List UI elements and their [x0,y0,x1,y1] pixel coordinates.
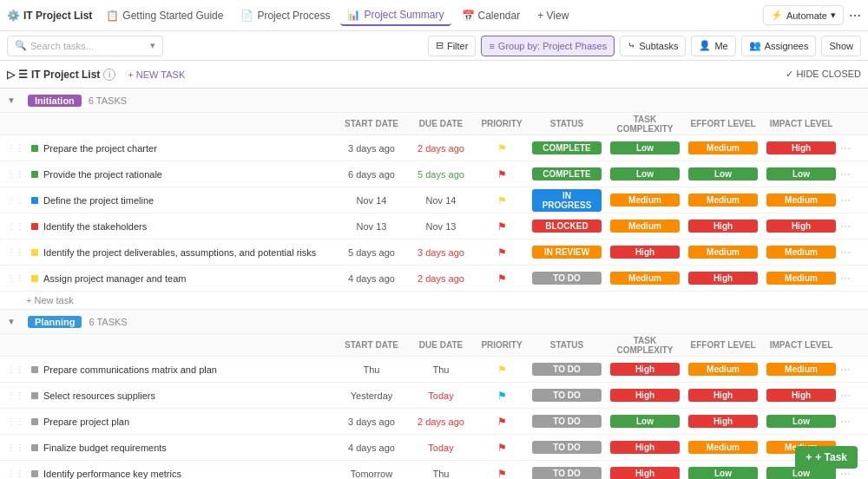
phase-count-planning: 6 TASKS [89,317,127,327]
task-more-button[interactable]: ⋯ [840,220,861,233]
col-effort-header: EFFORT LEVEL [684,340,762,350]
group-by-button[interactable]: ≡ Group by: Project Phases [481,36,615,56]
task-label: Prepare the project charter [43,143,157,154]
task-status: IN REVIEW [528,246,606,259]
status-badge: TO DO [532,467,602,479]
status-badge: TO DO [532,363,602,376]
phase-header-initiation: ▼ Initiation 6 TASKS [0,89,868,113]
logo-icon: ⚙️ [7,10,20,22]
main-content: ▼ Initiation 6 TASKS START DATE DUE DATE… [0,89,868,479]
table-row[interactable]: ⋮⋮ Prepare project plan 3 days ago 2 day… [0,409,868,435]
table-row[interactable]: ⋮⋮ Select resources suppliers Yesterday … [0,383,868,409]
task-effort: Low [684,167,762,180]
task-status: BLOCKED [528,220,606,233]
automate-button[interactable]: ⚡ Automate ▾ [763,5,844,25]
task-more-button[interactable]: ⋯ [840,364,861,376]
priority-flag-icon: ⚑ [497,416,507,428]
search-box[interactable]: 🔍 Search tasks... ▾ [7,36,163,56]
me-button[interactable]: 👤 Me [691,36,735,56]
add-task-button[interactable]: + + Task [795,446,858,469]
tab-view[interactable]: + View [530,6,575,25]
task-due-date: Today [406,443,476,453]
status-badge: IN REVIEW [532,246,602,259]
impact-badge: Low [766,415,836,428]
tab-project-process[interactable]: 📄 Project Process [233,6,337,25]
more-icon: ⋯ [840,468,851,480]
more-icon: ⋯ [840,220,851,233]
task-name: ⋮⋮ Select resources suppliers [7,390,337,401]
table-row[interactable]: ⋮⋮ Identify performance key metrics Tomo… [0,461,868,479]
project-header: ▷ ☰ IT Project List i + NEW TASK ✓ HIDE … [0,61,868,89]
more-icon: ⋯ [840,364,851,376]
table-row[interactable]: ⋮⋮ Provide the project rationale 6 days … [0,161,868,187]
filter-button[interactable]: ⊟ Filter [428,36,476,56]
status-badge: TO DO [532,441,602,454]
task-impact: Medium [762,363,840,376]
table-row[interactable]: ⋮⋮ Prepare communications matrix and pla… [0,357,868,383]
task-complexity: High [606,363,684,376]
collapse-project-icon[interactable]: ▷ [7,69,15,81]
col-status-header: STATUS [528,119,606,128]
task-more-button[interactable]: ⋯ [840,390,861,402]
task-more-button[interactable]: ⋯ [840,194,861,207]
toolbar: 🔍 Search tasks... ▾ ⊟ Filter ≡ Group by:… [0,31,868,61]
share-button[interactable]: ⋯ [849,9,861,23]
priority-flag-icon: ⚑ [497,442,507,454]
task-more-button[interactable]: ⋯ [840,416,861,428]
effort-badge: Medium [688,194,758,207]
show-button[interactable]: Show [821,36,861,56]
task-impact: Medium [762,246,840,259]
collapse-phase-initiation[interactable]: ▼ [7,95,21,105]
hide-closed-button[interactable]: ✓ HIDE CLOSED [786,69,861,80]
task-status: COMPLETE [528,141,606,154]
group-icon: ≡ [489,41,494,51]
drag-handle: ⋮⋮ [7,364,24,374]
top-nav: ⚙️ IT Project List 📋 Getting Started Gui… [0,0,868,31]
task-label: Select resources suppliers [43,390,155,401]
task-due-date: 5 days ago [406,169,476,180]
tab-getting-started[interactable]: 📋 Getting Started Guide [99,6,230,25]
chevron-down-icon: ▾ [831,10,836,21]
add-task-row[interactable]: + New task [0,292,868,309]
priority-flag-icon: ⚑ [497,390,507,402]
task-effort: High [684,220,762,233]
task-impact: High [762,141,840,154]
task-more-button[interactable]: ⋯ [840,246,861,259]
task-complexity: Low [606,167,684,180]
col-complexity-header: TASK COMPLEXITY [606,336,684,355]
impact-badge: Low [766,167,836,180]
task-more-button[interactable]: ⋯ [840,468,861,480]
more-icon: ⋯ [840,272,851,285]
task-more-button[interactable]: ⋯ [840,142,861,154]
task-start-date: 4 days ago [337,273,406,284]
priority-flag-icon: ⚑ [497,142,507,154]
table-row[interactable]: ⋮⋮ Identify the project deliverables, as… [0,240,868,266]
task-impact: Medium [762,194,840,207]
tab-calendar[interactable]: 📅 Calendar [455,6,528,25]
task-effort: Medium [684,194,762,207]
priority-flag-icon: ⚑ [497,468,507,480]
assignees-button[interactable]: 👥 Assignees [741,36,817,56]
table-row[interactable]: ⋮⋮ Define the project timeline Nov 14 No… [0,187,868,213]
complexity-badge: Low [610,141,680,154]
subtasks-button[interactable]: ⤷ Subtasks [620,36,686,56]
task-more-button[interactable]: ⋯ [840,272,861,285]
table-row[interactable]: ⋮⋮ Assign project manager and team 4 day… [0,266,868,292]
table-row[interactable]: ⋮⋮ Identify the stakeholders Nov 13 Nov … [0,213,868,240]
table-row[interactable]: ⋮⋮ Finalize budget requirements 4 days a… [0,435,868,461]
collapse-phase-planning[interactable]: ▼ [7,317,21,326]
task-impact: Low [762,167,840,180]
calendar-icon: 📅 [462,10,475,22]
table-row[interactable]: ⋮⋮ Prepare the project charter 3 days ag… [0,135,868,161]
task-impact: Medium [762,272,840,285]
task-priority: ⚑ [476,442,528,454]
col-start-header: START DATE [337,340,406,350]
task-name: ⋮⋮ Prepare project plan [7,417,337,427]
phase-badge-planning: Planning [28,316,82,328]
task-more-button[interactable]: ⋯ [840,168,861,180]
drag-handle: ⋮⋮ [7,417,24,426]
task-complexity: High [606,441,684,454]
tab-project-summary[interactable]: 📊 Project Summary [340,5,450,26]
new-task-button[interactable]: + NEW TASK [122,68,190,82]
task-effort: High [684,272,762,285]
